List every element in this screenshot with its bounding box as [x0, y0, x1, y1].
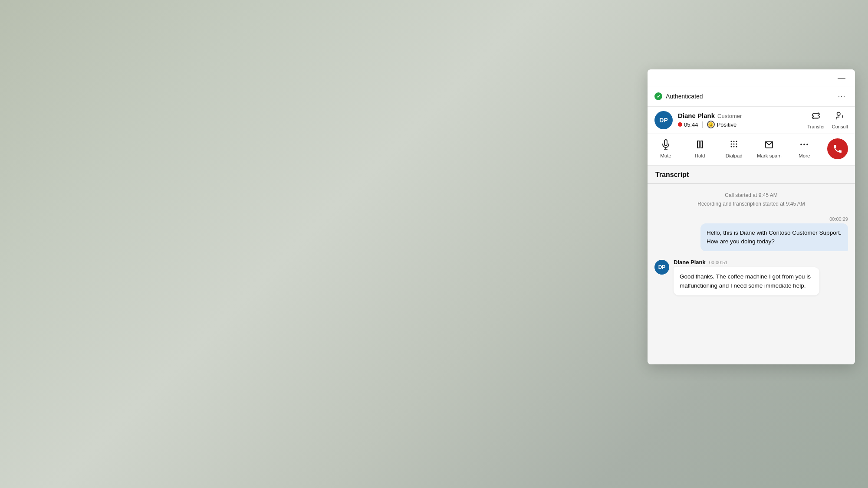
dialpad-icon: [729, 139, 739, 151]
consult-label: Consult: [832, 124, 848, 129]
svg-point-14: [736, 146, 737, 147]
transcript-body: Call started at 9:45 AM Recording and tr…: [648, 184, 855, 364]
svg-point-15: [801, 144, 802, 145]
svg-point-9: [731, 144, 732, 145]
agent-message: 00:00:29 Hello, this is Diane with Conto…: [700, 216, 848, 252]
divider: |: [702, 121, 704, 128]
panel-topbar: —: [648, 69, 855, 86]
auth-check-icon: [654, 92, 662, 100]
agent-message-text: Hello, this is Diane with Contoso Custom…: [700, 223, 848, 252]
minimize-button[interactable]: —: [835, 73, 848, 82]
call-panel: — Authenticated ⋯ DP Diane Plank Custome…: [648, 69, 855, 364]
auth-status-label: Authenticated: [666, 93, 703, 100]
customer-message-text: Good thanks. The coffee machine I got fr…: [674, 267, 819, 295]
svg-point-17: [807, 144, 809, 145]
transfer-label: Transfer: [807, 124, 825, 129]
contact-row: DP Diane Plank Customer 05:44 | 🙂 Positi…: [648, 107, 855, 134]
contact-name: Diane Plank: [678, 112, 715, 119]
mark-spam-icon: [764, 139, 774, 151]
svg-rect-5: [701, 141, 703, 148]
auth-status: Authenticated: [654, 92, 703, 100]
dialpad-button[interactable]: Dialpad: [723, 139, 745, 158]
customer-message: DP Diane Plank 00:00:51 Good thanks. The…: [654, 259, 819, 295]
agent-message-time: 00:00:29: [700, 216, 848, 222]
svg-point-1: [842, 117, 843, 118]
timer-value: 05:44: [684, 121, 698, 128]
hold-icon: [695, 139, 705, 151]
more-button[interactable]: More: [793, 139, 815, 158]
mark-spam-label: Mark spam: [757, 153, 782, 158]
hold-label: Hold: [695, 153, 705, 158]
svg-rect-4: [697, 141, 699, 148]
svg-point-8: [736, 141, 737, 142]
sentiment-indicator: 🙂 Positive: [707, 121, 737, 128]
customer-message-time: 00:00:51: [709, 260, 728, 265]
end-call-button[interactable]: [827, 138, 848, 159]
svg-point-11: [736, 144, 737, 145]
svg-point-16: [804, 144, 806, 145]
mute-label: Mute: [660, 153, 671, 158]
more-label: More: [799, 153, 810, 158]
svg-point-10: [733, 144, 735, 145]
contact-avatar: DP: [654, 111, 673, 129]
auth-more-button[interactable]: ⋯: [835, 91, 848, 102]
auth-bar: Authenticated ⋯: [648, 86, 855, 107]
mute-button[interactable]: Mute: [654, 139, 677, 158]
mark-spam-button[interactable]: Mark spam: [757, 139, 782, 158]
more-icon: [799, 139, 809, 151]
contact-role: Customer: [717, 113, 742, 119]
svg-point-7: [733, 141, 735, 142]
transcript-meta: Call started at 9:45 AM Recording and tr…: [654, 191, 848, 209]
customer-message-avatar: DP: [654, 260, 669, 275]
call-controls: Mute Hold: [648, 134, 855, 166]
consult-icon: [835, 111, 845, 123]
customer-message-name: Diane Plank: [674, 259, 706, 265]
svg-point-6: [731, 141, 732, 142]
recording-started-text: Recording and transcription started at 9…: [654, 200, 848, 208]
dialpad-label: Dialpad: [726, 153, 743, 158]
call-started-text: Call started at 9:45 AM: [654, 191, 848, 200]
consult-button[interactable]: Consult: [832, 111, 848, 129]
svg-point-13: [733, 146, 735, 147]
mute-icon: [661, 139, 671, 151]
transfer-icon: [811, 111, 821, 123]
contact-actions: Transfer Consult: [807, 111, 848, 129]
hold-button[interactable]: Hold: [689, 139, 711, 158]
transcript-title: Transcript: [655, 171, 689, 178]
transcript-header: Transcript: [648, 166, 855, 184]
transfer-button[interactable]: Transfer: [807, 111, 825, 129]
sentiment-label: Positive: [717, 121, 737, 128]
svg-point-0: [837, 112, 840, 115]
contact-info: Diane Plank Customer 05:44 | 🙂 Positive: [678, 112, 802, 128]
svg-point-12: [731, 146, 732, 147]
customer-message-body: Diane Plank 00:00:51 Good thanks. The co…: [674, 259, 819, 295]
call-timer: 05:44: [678, 121, 698, 128]
sentiment-icon: 🙂: [707, 121, 715, 128]
recording-dot: [678, 122, 682, 127]
